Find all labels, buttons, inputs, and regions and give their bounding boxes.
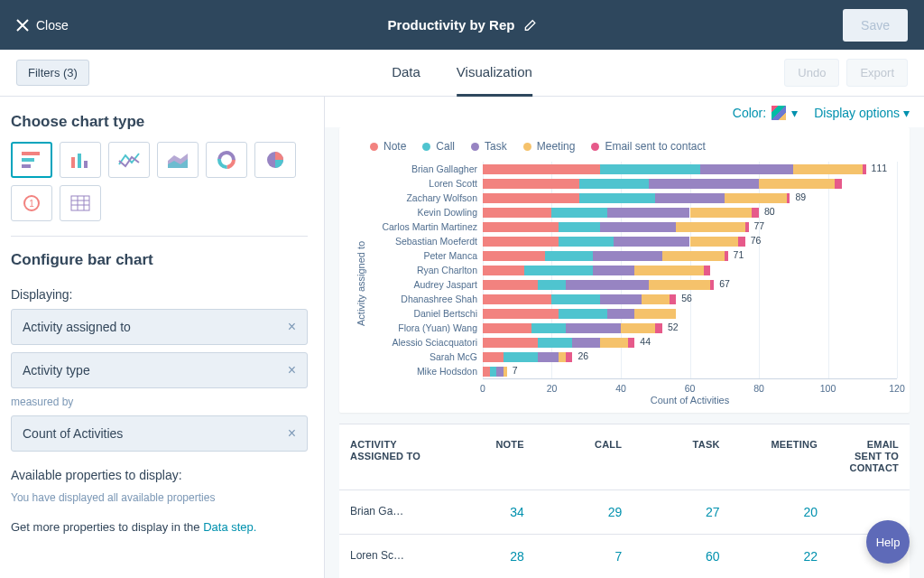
bar-segment[interactable] [593,266,634,275]
legend-task[interactable]: Task [471,140,507,153]
bar-segment[interactable] [566,323,621,333]
bar-segment[interactable] [793,164,862,174]
bar-segment[interactable] [538,338,572,348]
bar-segment[interactable] [738,237,745,247]
bar-segment[interactable] [600,164,700,174]
bar-segment[interactable] [759,179,835,189]
bar-segment[interactable] [551,294,600,304]
legend-email[interactable]: Email sent to contact [591,140,705,153]
close-button[interactable]: Close [16,18,69,33]
bar-segment[interactable] [725,193,787,203]
chart-type-table[interactable] [60,185,101,221]
bar-segment[interactable] [559,237,614,247]
bar-segment[interactable] [524,266,593,275]
export-button[interactable]: Export [846,59,908,87]
legend-call[interactable]: Call [422,140,455,153]
bar-segment[interactable] [483,251,545,261]
bar-segment[interactable] [593,251,661,261]
td-meeting[interactable]: 22 [731,535,828,578]
td-call[interactable]: 7 [535,535,633,578]
bar-segment[interactable] [483,294,551,304]
edit-icon[interactable] [523,19,536,32]
th-task[interactable]: Task [633,424,730,489]
bar-segment[interactable] [566,280,649,290]
bar-segment[interactable] [710,280,714,290]
remove-icon[interactable]: × [288,362,296,378]
bar-segment[interactable] [634,309,676,319]
bar-segment[interactable] [655,323,662,333]
help-button[interactable]: Help [866,520,910,564]
bar-segment[interactable] [787,193,790,203]
bar-segment[interactable] [483,222,559,232]
bar-segment[interactable] [642,294,670,304]
bar-segment[interactable] [504,352,538,362]
bar-segment[interactable] [483,367,490,377]
bar-segment[interactable] [579,179,648,189]
bar-segment[interactable] [704,266,711,275]
filters-button[interactable]: Filters (3) [16,60,89,86]
bar-segment[interactable] [752,208,759,218]
bar-segment[interactable] [745,222,749,232]
bar-segment[interactable] [483,208,551,218]
bar-segment[interactable] [607,208,690,218]
bar-segment[interactable] [725,251,728,261]
remove-icon[interactable]: × [288,425,296,442]
color-picker[interactable]: Color: ▾ [733,106,798,120]
bar-segment[interactable] [614,237,689,247]
chart-type-bar[interactable] [11,142,52,178]
bar-segment[interactable] [483,352,504,362]
chart-type-area[interactable] [157,142,199,178]
bar-segment[interactable] [483,280,538,290]
bar-segment[interactable] [483,309,559,319]
display-chip-type[interactable]: Activity type× [11,352,308,388]
bar-segment[interactable] [551,208,606,218]
bar-segment[interactable] [690,208,753,218]
bar-segment[interactable] [634,266,703,275]
bar-segment[interactable] [504,367,507,377]
bar-segment[interactable] [483,237,559,247]
chart-type-donut[interactable] [206,142,247,178]
th-email[interactable]: Email sent to contact [828,424,910,489]
td-name[interactable]: Loren Sc… [339,535,437,578]
bar-segment[interactable] [538,352,559,362]
bar-segment[interactable] [566,352,573,362]
bar-segment[interactable] [600,338,628,348]
bar-segment[interactable] [835,179,842,189]
data-step-link[interactable]: Data step. [203,520,256,534]
chart-type-summary[interactable]: 1 [11,185,52,221]
bar-segment[interactable] [483,266,524,275]
bar-segment[interactable] [483,338,538,348]
tab-visualization[interactable]: Visualization [457,50,532,97]
bar-segment[interactable] [490,367,497,377]
bar-segment[interactable] [649,179,759,189]
bar-segment[interactable] [538,280,566,290]
measure-chip[interactable]: Count of Activities× [11,415,308,452]
td-task[interactable]: 60 [633,535,730,578]
bar-segment[interactable] [690,237,739,247]
bar-segment[interactable] [628,338,635,348]
legend-meeting[interactable]: Meeting [523,140,576,153]
bar-segment[interactable] [496,367,504,377]
th-meeting[interactable]: Meeting [731,424,828,489]
td-meeting[interactable]: 20 [731,490,828,534]
td-note[interactable]: 34 [437,490,534,534]
td-task[interactable]: 27 [633,490,730,534]
bar-segment[interactable] [700,164,793,174]
bar-segment[interactable] [559,352,566,362]
td-name[interactable]: Brian Ga… [339,490,437,534]
bar-segment[interactable] [572,338,600,348]
bar-segment[interactable] [600,222,676,232]
bar-segment[interactable] [483,193,579,203]
bar-segment[interactable] [662,251,725,261]
bar-segment[interactable] [483,164,600,174]
th-note[interactable]: Note [437,424,534,489]
td-note[interactable]: 28 [437,535,534,578]
bar-segment[interactable] [483,323,531,333]
chart-type-column[interactable] [60,142,101,178]
undo-button[interactable]: Undo [784,59,839,87]
bar-segment[interactable] [483,179,579,189]
remove-icon[interactable]: × [288,319,296,335]
chart-type-line[interactable] [108,142,150,178]
td-call[interactable]: 29 [535,490,633,534]
display-options[interactable]: Display options ▾ [814,106,910,120]
